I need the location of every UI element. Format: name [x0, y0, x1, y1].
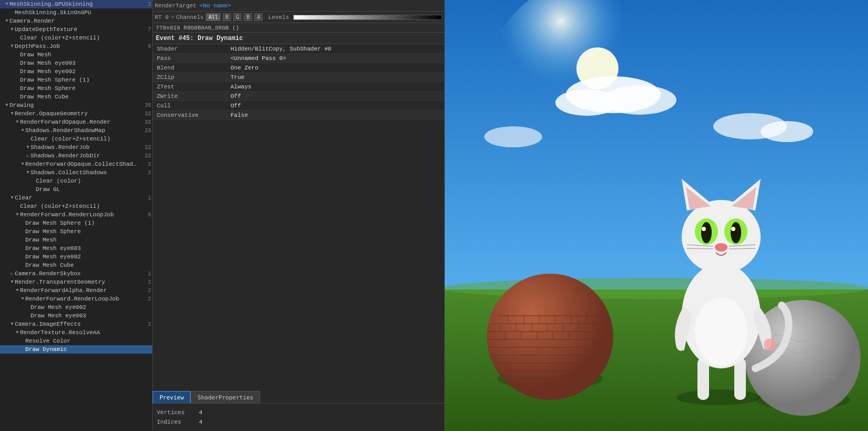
tree-count-renderforward-renderloopjob: 6 [141, 212, 151, 218]
tree-item-draw-mesh-eye003[interactable]: Draw Mesh eye003 [0, 59, 152, 67]
tree-item-clear-group[interactable]: ▼Clear1 [0, 194, 152, 202]
tree-label-shadows-renderjob: Shadows.RenderJob [31, 144, 138, 151]
tree-item-drawing[interactable]: ▼Drawing35 [0, 101, 152, 109]
tree-triangle-shadows-renderjob: ▼ [25, 145, 31, 150]
tree-item-update-depth[interactable]: ▼UpdateDepthTexture7 [0, 25, 152, 34]
detail-key-5: ZWrite [153, 93, 226, 99]
tree-item-draw-mesh-eye002[interactable]: Draw Mesh eye002 [0, 67, 152, 76]
render-target-label: RenderTarget [155, 3, 196, 9]
tree-item-camera-renderskybox[interactable]: ▷Camera.RenderSkybox1 [0, 269, 152, 278]
tree-item-camera-render[interactable]: ▼Camera.Render [0, 17, 152, 25]
tree-item-renderforward-alpha[interactable]: ▼RenderForwardAlpha.Render2 [0, 286, 152, 295]
size-format: 778x819 R8G8B8A8_SRGB () [156, 25, 239, 31]
tree-label-shadows-rendershadowmap: Shadows.RenderShadowMap [25, 127, 138, 134]
tree-item-clear-color-z-stencil2[interactable]: Clear (color+Z+stencil) [0, 135, 152, 143]
detail-row-1: Pass<Unnamed Pass 0> [153, 54, 444, 63]
tree-label-draw-mesh-eye003: Draw Mesh eye003 [20, 60, 151, 66]
tree-label-drawing: Drawing [9, 102, 138, 108]
svg-point-49 [764, 338, 776, 351]
tree-label-draw-mesh-cube2: Draw Mesh Cube [25, 262, 151, 268]
tree-item-renderforward-opaque[interactable]: ▼RenderForwardOpaque.Render32 [0, 118, 152, 126]
tree-count-meshskinning-gpu: 1 [141, 2, 151, 7]
detail-val-0: Hidden/BlitCopy, SubShader #0 [226, 46, 444, 52]
tree-item-draw-mesh2[interactable]: Draw Mesh [0, 236, 152, 244]
detail-val-5: Off [226, 93, 444, 99]
tree-item-shadows-rendershadowmap[interactable]: ▼Shadows.RenderShadowMap23 [0, 126, 152, 135]
tree-triangle-renderforward-renderloopjob2: ▼ [20, 296, 25, 302]
tree-item-clear-color2[interactable]: Clear (color) [0, 177, 152, 185]
render-target-value: <No name> [199, 3, 231, 9]
tab-preview[interactable]: Preview [153, 391, 191, 403]
tree-label-update-depth: UpdateDepthTexture [15, 26, 138, 33]
tree-count-camera-imageeffects: 2 [141, 322, 151, 327]
tree-item-resolve-color[interactable]: Resolve Color [0, 337, 152, 345]
event-title: Event #45: Draw Dynamic [153, 33, 444, 44]
tree-item-draw-mesh-sphere1[interactable]: Draw Mesh Sphere (1) [0, 76, 152, 84]
detail-panel: RenderTarget <No name> RT 0 ▼ Channels A… [153, 0, 445, 431]
channel-a-button[interactable]: A [254, 13, 263, 21]
tree-label-clear-group: Clear [15, 195, 138, 201]
tree-item-renderforward-renderloopjob2[interactable]: ▼RenderForward.RenderLoopJob2 [0, 295, 152, 303]
viewport-canvas[interactable] [445, 0, 868, 431]
tree-count-renderforward-opaque: 32 [141, 119, 151, 125]
tree-item-render-opaque-geo[interactable]: ▼Render.OpaqueGeometry32 [0, 109, 152, 118]
channel-r-button[interactable]: R [223, 13, 231, 21]
detail-row-4: ZTestAlways [153, 82, 444, 92]
tab-shader-properties[interactable]: ShaderProperties [191, 391, 260, 403]
tree-item-draw-mesh-sphere[interactable]: Draw Mesh Sphere [0, 84, 152, 93]
viewport-panel [445, 0, 868, 431]
tree-item-shadows-collectshadows[interactable]: ▼Shadows.CollectShadows2 [0, 168, 152, 177]
tree-item-draw-mesh-sphere-1b[interactable]: Draw Mesh Sphere (1) [0, 219, 152, 227]
tree-item-renderforward-renderloopjob[interactable]: ▼RenderForward.RenderLoopJob6 [0, 211, 152, 219]
tree-item-depthpass-job[interactable]: ▼DepthPass.Job6 [0, 42, 152, 51]
tree-item-draw-mesh-sphere2[interactable]: Draw Mesh Sphere [0, 227, 152, 236]
tree-item-shadows-renderjob[interactable]: ▼Shadows.RenderJob22 [0, 143, 152, 152]
svg-point-55 [731, 222, 741, 243]
tree-triangle-depthpass-job: ▼ [9, 44, 15, 49]
tree-item-clear-color-z[interactable]: Clear (color+Z+stencil) [0, 34, 152, 42]
tree-item-draw-mesh-cube2[interactable]: Draw Mesh Cube [0, 261, 152, 269]
tree-item-draw-mesh-eye002b[interactable]: Draw Mesh eye002 [0, 253, 152, 261]
tree-label-draw-mesh-eye003c: Draw Mesh eye003 [31, 313, 151, 319]
tree-item-draw-mesh-eye003b[interactable]: Draw Mesh eye003 [0, 244, 152, 253]
tree-label-draw-mesh-cube: Draw Mesh Cube [20, 94, 151, 100]
tree-item-render-transparent-geo[interactable]: ▼Render.TransparentGeometry2 [0, 278, 152, 286]
tree-item-draw-mesh-eye003c[interactable]: Draw Mesh eye003 [0, 312, 152, 320]
tree-count-drawing: 35 [141, 103, 151, 108]
tree-label-draw-mesh-eye002: Draw Mesh eye002 [20, 68, 151, 75]
svg-point-12 [487, 274, 613, 400]
tree-item-meshskinning-gpu[interactable]: ▼MeshSkinning.GPUSkinning1 [0, 0, 152, 8]
mesh-info-val-0: 4 [199, 409, 203, 416]
tree-triangle-clear-group: ▼ [9, 195, 15, 201]
scene-viewport [445, 0, 868, 431]
tree-item-shadows-renderjobdir[interactable]: ▷Shadows.RenderJobDir22 [0, 152, 152, 160]
tree-triangle-camera-renderskybox: ▷ [9, 271, 15, 277]
channel-b-button[interactable]: B [244, 13, 252, 21]
levels-bar[interactable] [293, 15, 442, 20]
tree-item-meshskinning-skin[interactable]: MeshSkinning.SkinOnGPU [0, 8, 152, 17]
tree-label-shadows-collectshadows: Shadows.CollectShadows [31, 169, 138, 176]
tree-item-draw-gl[interactable]: Draw GL [0, 185, 152, 194]
tree-label-renderforward-opaque: RenderForwardOpaque.Render [20, 119, 138, 125]
detail-table: ShaderHidden/BlitCopy, SubShader #0Pass<… [153, 44, 444, 391]
detail-key-6: Cull [153, 103, 226, 109]
tree-item-camera-imageeffects[interactable]: ▼Camera.ImageEffects2 [0, 320, 152, 328]
tree-count-shadows-collectshadows: 2 [141, 170, 151, 176]
mesh-info-row-1: Indices4 [157, 417, 440, 427]
tree-item-draw-mesh-eye002c[interactable]: Draw Mesh eye002 [0, 303, 152, 312]
tree-item-clear-color-z-stencil3[interactable]: Clear (color+Z+stencil) [0, 202, 152, 211]
tree-count-render-opaque-geo: 32 [141, 111, 151, 117]
tree-triangle-shadows-renderjobdir: ▷ [25, 153, 31, 159]
mesh-info: Vertices4Indices4 [153, 404, 444, 431]
tree-item-draw-dynamic[interactable]: Draw Dynamic [0, 345, 152, 354]
tree-item-renderforward-collectshadow[interactable]: ▼RenderForwardOpaque.CollectShadow2 [0, 160, 152, 168]
detail-key-7: Conservative [153, 112, 226, 118]
tree-count-shadows-rendershadowmap: 23 [141, 128, 151, 134]
tree-item-draw-mesh-cube[interactable]: Draw Mesh Cube [0, 93, 152, 101]
tree-label-meshskinning-skin: MeshSkinning.SkinOnGPU [15, 9, 151, 16]
tree-item-draw-mesh[interactable]: Draw Mesh [0, 51, 152, 59]
channel-g-button[interactable]: G [233, 13, 242, 21]
detail-row-7: ConservativeFalse [153, 111, 444, 120]
channel-all-button[interactable]: All [206, 13, 221, 21]
tree-item-rendertexture-resolveaa[interactable]: ▼RenderTexture.ResolveAA [0, 328, 152, 337]
